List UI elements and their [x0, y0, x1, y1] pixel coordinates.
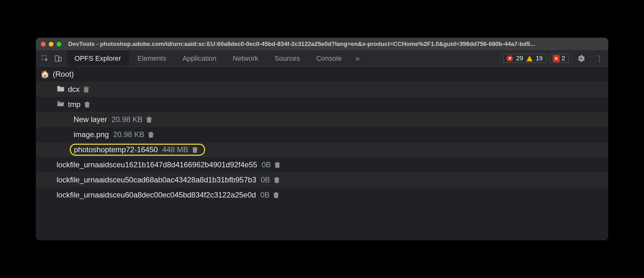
- trash-icon[interactable]: [147, 131, 154, 138]
- tab-opfs-explorer[interactable]: OPFS Explorer: [66, 50, 129, 66]
- warning-count: 19: [536, 55, 543, 62]
- svg-rect-2: [59, 57, 61, 61]
- tab-more[interactable]: »: [350, 50, 365, 66]
- file-row[interactable]: lockfile_urnaaidsceu1621b1647d8d4166962b…: [36, 157, 608, 172]
- titlebar: DevTools - photoshop.adobe.com/id/urn:aa…: [36, 38, 608, 50]
- file-name: photoshoptemp72-16450: [74, 145, 158, 154]
- tab-network[interactable]: Network: [225, 50, 266, 66]
- file-size: 0B: [260, 191, 269, 199]
- tab-sources[interactable]: Sources: [266, 50, 308, 66]
- tab-console[interactable]: Console: [308, 50, 350, 66]
- warning-icon: [526, 56, 533, 61]
- file-size: 20.98 KB: [112, 115, 143, 124]
- toolbar-right: ✕ 29 19 ✕ 2 ⋮: [500, 50, 608, 66]
- root-label: (Root): [53, 70, 74, 79]
- devtools-toolbar: OPFS Explorer Elements Application Netwo…: [36, 50, 608, 67]
- settings-gear-icon[interactable]: [575, 53, 587, 64]
- file-row[interactable]: lockfile_urnaaidsceu60a8dec00ec045bd834f…: [36, 187, 608, 203]
- trash-icon[interactable]: [274, 161, 281, 169]
- devtools-window: DevTools - photoshop.adobe.com/id/urn:aa…: [36, 38, 608, 240]
- divider: [590, 53, 591, 64]
- file-name: lockfile_urnaaidsceu1621b1647d8d4166962b…: [57, 160, 257, 169]
- inspect-element-icon[interactable]: [39, 53, 51, 64]
- trash-icon[interactable]: [192, 146, 198, 153]
- house-icon: 🏠: [40, 70, 50, 79]
- folder-icon: [57, 85, 65, 94]
- device-toolbar-icon[interactable]: [52, 53, 64, 64]
- trash-icon[interactable]: [83, 86, 90, 93]
- file-name: New layer: [74, 115, 107, 124]
- traffic-lights: [41, 42, 61, 47]
- window-minimize-button[interactable]: [49, 42, 53, 47]
- file-size: 448 MB: [162, 145, 188, 154]
- trash-icon[interactable]: [273, 191, 280, 199]
- svg-rect-1: [55, 56, 58, 61]
- window-title: DevTools - photoshop.adobe.com/id/urn:aa…: [68, 41, 603, 47]
- file-size: 0B: [261, 175, 270, 184]
- tab-elements[interactable]: Elements: [129, 50, 175, 66]
- file-row[interactable]: photoshoptemp72-16450 448 MB: [36, 142, 608, 157]
- divider: [572, 53, 572, 64]
- file-row[interactable]: lockfile_urnaaidsceu50cad68ab0ac43428a8d…: [36, 172, 608, 187]
- folder-name: tmp: [68, 100, 80, 109]
- file-row[interactable]: image.png 20.98 KB: [36, 127, 608, 142]
- highlighted-file: photoshoptemp72-16450 448 MB: [70, 144, 205, 156]
- issues-badge[interactable]: ✕ 2: [549, 54, 569, 63]
- trash-icon[interactable]: [273, 176, 280, 184]
- opfs-panel: 🏠 (Root) dcx tmp New layer 20.98 KB: [36, 67, 608, 240]
- folder-row[interactable]: dcx: [36, 82, 608, 97]
- file-row[interactable]: New layer 20.98 KB: [36, 112, 608, 127]
- file-size: 0B: [262, 160, 271, 169]
- trash-icon[interactable]: [84, 101, 91, 108]
- issues-icon: ✕: [553, 55, 560, 62]
- toolbar-left-tools: [36, 50, 66, 66]
- kebab-menu-icon[interactable]: ⋮: [594, 54, 605, 63]
- tab-application[interactable]: Application: [175, 50, 225, 66]
- window-maximize-button[interactable]: [57, 42, 61, 47]
- error-icon: ✕: [507, 55, 513, 62]
- folder-name: dcx: [68, 85, 80, 94]
- root-folder-row[interactable]: 🏠 (Root): [36, 67, 608, 82]
- file-name: lockfile_urnaaidsceu50cad68ab0ac43428a8d…: [57, 175, 256, 184]
- file-size: 20.98 KB: [113, 130, 144, 139]
- panel-tabs: OPFS Explorer Elements Application Netwo…: [66, 50, 500, 66]
- console-status-badge[interactable]: ✕ 29 19: [503, 54, 546, 63]
- folder-open-icon: [57, 100, 65, 109]
- file-name: lockfile_urnaaidsceu60a8dec00ec045bd834f…: [57, 191, 256, 199]
- error-count: 29: [516, 55, 523, 62]
- issues-count: 2: [562, 55, 565, 62]
- file-name: image.png: [74, 130, 109, 139]
- folder-row[interactable]: tmp: [36, 97, 608, 112]
- trash-icon[interactable]: [146, 116, 153, 123]
- window-close-button[interactable]: [41, 42, 46, 47]
